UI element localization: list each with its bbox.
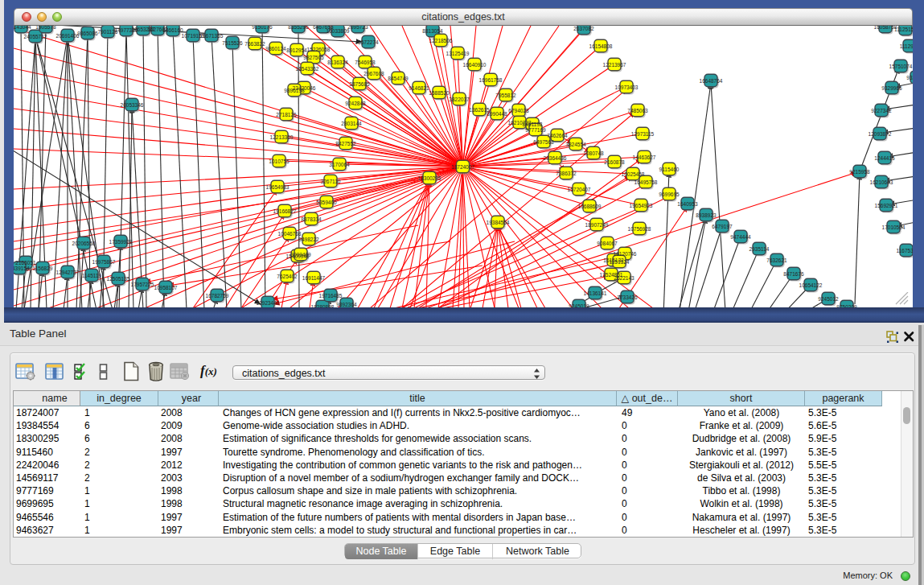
svg-text:2967608: 2967608 <box>363 71 384 76</box>
svg-text:1733426: 1733426 <box>617 295 638 300</box>
svg-text:20691406: 20691406 <box>56 33 80 39</box>
svg-text:18280898: 18280898 <box>311 304 335 308</box>
svg-text:12093872: 12093872 <box>869 131 892 137</box>
svg-text:5359400: 5359400 <box>316 200 337 205</box>
svg-text:17359928: 17359928 <box>109 239 133 245</box>
svg-text:2522143: 2522143 <box>614 275 634 281</box>
svg-text:8938923: 8938923 <box>696 212 717 218</box>
svg-text:8427552: 8427552 <box>335 141 356 146</box>
svg-text:10025458: 10025458 <box>622 171 645 177</box>
svg-text:3572274: 3572274 <box>358 39 379 45</box>
svg-text:12923448: 12923448 <box>257 300 280 306</box>
svg-text:7439154: 7439154 <box>14 266 30 271</box>
svg-text:9150176: 9150176 <box>252 26 273 30</box>
svg-text:1080748: 1080748 <box>583 150 604 156</box>
svg-text:3822037: 3822037 <box>449 97 470 102</box>
svg-text:18907249: 18907249 <box>585 222 609 228</box>
svg-text:9329966: 9329966 <box>906 75 913 80</box>
svg-text:15692921: 15692921 <box>875 203 898 208</box>
svg-text:10688609: 10688609 <box>578 204 602 209</box>
svg-text:7546958: 7546958 <box>355 60 376 65</box>
svg-text:9245019: 9245019 <box>569 303 589 308</box>
svg-text:8990448: 8990448 <box>487 111 507 117</box>
svg-text:15751074: 15751074 <box>889 64 913 69</box>
svg-text:3267110: 3267110 <box>321 179 341 184</box>
svg-text:12213967: 12213967 <box>603 62 626 68</box>
svg-text:9750209: 9750209 <box>836 304 857 308</box>
svg-text:10033809: 10033809 <box>326 28 350 34</box>
svg-text:9115460: 9115460 <box>659 167 680 172</box>
svg-text:19654983: 19654983 <box>266 184 290 190</box>
svg-text:7462664: 7462664 <box>547 133 568 138</box>
svg-text:8451192: 8451192 <box>523 122 543 127</box>
svg-text:19654923: 19654923 <box>630 203 653 208</box>
svg-text:2095723: 2095723 <box>347 26 368 30</box>
svg-text:15720407: 15720407 <box>568 187 591 192</box>
svg-text:1112904: 1112904 <box>900 43 913 49</box>
svg-text:9699695: 9699695 <box>659 192 680 197</box>
svg-text:16640910: 16640910 <box>463 62 487 68</box>
svg-text:7515526: 7515526 <box>222 40 243 46</box>
svg-text:19975867: 19975867 <box>92 259 116 265</box>
svg-text:7625402: 7625402 <box>277 274 298 279</box>
svg-text:9892364: 9892364 <box>336 302 357 307</box>
svg-text:2935114: 2935114 <box>749 246 770 252</box>
svg-text:9777169: 9777169 <box>525 127 546 133</box>
svg-text:9146821: 9146821 <box>409 85 429 91</box>
svg-text:9827505: 9827505 <box>303 55 324 60</box>
svg-text:8471676: 8471676 <box>783 271 804 277</box>
svg-text:9474444: 9474444 <box>730 234 751 240</box>
svg-text:1588520: 1588520 <box>429 90 450 96</box>
svg-text:2718126: 2718126 <box>276 112 297 117</box>
svg-text:3170064: 3170064 <box>329 162 350 167</box>
svg-text:18300295: 18300295 <box>418 175 441 181</box>
svg-text:16120746: 16120746 <box>614 251 637 257</box>
svg-text:6466160: 6466160 <box>162 27 183 33</box>
svg-text:15226058: 15226058 <box>307 47 331 52</box>
svg-text:8355296: 8355296 <box>288 26 309 30</box>
svg-text:9498222: 9498222 <box>298 237 319 242</box>
svg-text:6497568: 6497568 <box>533 139 554 145</box>
svg-text:12218506: 12218506 <box>429 38 453 43</box>
svg-text:16543362: 16543362 <box>296 66 319 72</box>
svg-text:2803144: 2803144 <box>341 121 362 126</box>
svg-text:9329966: 9329966 <box>881 85 902 91</box>
svg-text:9865086: 9865086 <box>77 31 98 36</box>
svg-text:1010755: 1010755 <box>269 159 290 164</box>
svg-text:8136324: 8136324 <box>327 60 348 65</box>
svg-text:3875685: 3875685 <box>349 81 370 87</box>
svg-text:9227342: 9227342 <box>871 108 892 113</box>
svg-text:7663822: 7663822 <box>244 41 265 47</box>
svg-text:9084067: 9084067 <box>597 241 618 246</box>
svg-text:7485063: 7485063 <box>627 108 648 113</box>
svg-text:1151324: 1151324 <box>610 259 630 265</box>
svg-text:16210643: 16210643 <box>870 179 893 185</box>
svg-text:10654122: 10654122 <box>799 282 823 288</box>
svg-text:11125150: 11125150 <box>894 27 913 32</box>
svg-text:7955812: 7955812 <box>495 93 516 98</box>
svg-text:10973403: 10973403 <box>615 84 639 90</box>
svg-text:16154808: 16154808 <box>589 43 613 49</box>
svg-text:7632621: 7632621 <box>766 257 787 263</box>
svg-text:8912954: 8912954 <box>286 47 307 53</box>
svg-text:12213369: 12213369 <box>270 134 294 140</box>
svg-text:19166827: 19166827 <box>273 208 297 214</box>
svg-text:12505135: 12505135 <box>107 276 130 282</box>
svg-text:20053346: 20053346 <box>121 102 144 108</box>
svg-text:8143044: 8143044 <box>14 26 31 30</box>
svg-text:10756928: 10756928 <box>628 226 651 232</box>
svg-text:6794028: 6794028 <box>508 108 529 113</box>
svg-text:8878334: 8878334 <box>301 216 322 222</box>
svg-text:2637082: 2637082 <box>573 26 594 31</box>
svg-text:1145119: 1145119 <box>82 273 102 278</box>
svg-text:16495758: 16495758 <box>634 179 658 185</box>
svg-text:8813054: 8813054 <box>422 28 443 34</box>
svg-text:8454749: 8454749 <box>388 76 409 81</box>
svg-text:16648764: 16648764 <box>700 78 723 84</box>
svg-text:17957225: 17957225 <box>131 282 154 287</box>
svg-text:12942737: 12942737 <box>56 270 80 275</box>
svg-text:6479197: 6479197 <box>712 224 733 229</box>
svg-text:1640953: 1640953 <box>677 201 698 207</box>
svg-text:16961758: 16961758 <box>479 77 503 83</box>
svg-text:19384554: 19384554 <box>487 220 510 225</box>
